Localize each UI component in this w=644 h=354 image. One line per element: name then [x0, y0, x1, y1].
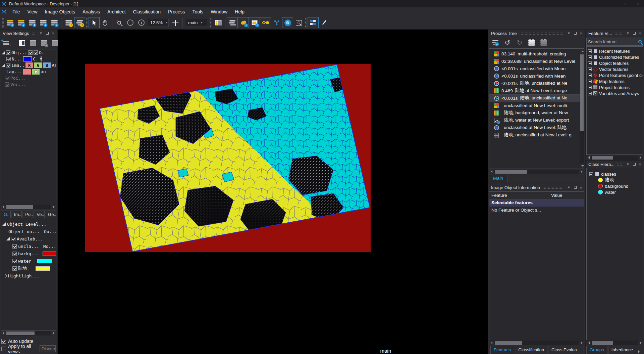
process-step[interactable]: 02:38.688unclassified at New Level — [489, 57, 580, 65]
tree-row-object-level[interactable]: Object Level... — [1, 220, 56, 228]
edit-image-levels-button[interactable] — [1, 38, 11, 48]
scroll-thumb[interactable] — [495, 170, 527, 174]
background-checkbox[interactable] — [12, 252, 17, 256]
save-process-button[interactable] — [491, 38, 500, 47]
process-step[interactable]: unclassified at New Level: multi- — [489, 102, 580, 109]
feature-view-header[interactable]: Feature Vi... ▼ × — [586, 30, 644, 37]
draw-pen-button[interactable] — [319, 17, 330, 28]
panel-menu-button[interactable]: ▼ — [625, 162, 631, 167]
maximize-button[interactable]: □ — [620, 0, 632, 7]
scroll-left-arrow[interactable] — [586, 341, 591, 346]
menu-view[interactable]: View — [24, 8, 41, 16]
scroll-down-arrow[interactable] — [580, 164, 585, 169]
feature-group-map[interactable]: Map features — [587, 78, 643, 84]
panel-grip[interactable] — [614, 32, 622, 35]
tree-row-vectors[interactable]: Vec... — [1, 81, 56, 88]
process-history-button[interactable] — [74, 17, 85, 28]
scroll-thumb[interactable] — [592, 341, 613, 345]
tab-classification[interactable]: Classification — [515, 346, 547, 354]
minimize-button[interactable]: ─ — [608, 0, 620, 7]
panel-close-button[interactable]: × — [637, 31, 643, 36]
slider-icon[interactable] — [41, 56, 42, 61]
layer-green-cell[interactable] — [32, 69, 40, 75]
toolbar-grip[interactable] — [2, 18, 4, 28]
auto-update-checkbox[interactable] — [1, 339, 6, 344]
process-step[interactable]: 0.469陆地 at New Level: merge — [489, 87, 580, 94]
expand-icon[interactable] — [588, 86, 592, 89]
tree-row-points[interactable]: Poi... — [1, 75, 56, 81]
save-project-button[interactable] — [15, 17, 26, 28]
tab-class-evaluation[interactable]: Class Evalua... — [548, 346, 584, 354]
single-view-button[interactable] — [17, 38, 26, 48]
process-step[interactable]: <0.001sunclassified with Mean — [489, 72, 580, 80]
process-tree-header[interactable]: Process Tree ▼ × — [488, 30, 585, 37]
tree-row-navigation[interactable]: N... C. — [1, 56, 56, 62]
toolbar-grip[interactable] — [305, 18, 307, 28]
tab-image-layers[interactable]: Im... — [11, 211, 22, 218]
class-row-water[interactable]: water — [587, 189, 643, 195]
import-scene-button[interactable] — [38, 17, 49, 28]
feature-group-point[interactable]: Point features (point cloud) — [587, 72, 643, 78]
panel-close-button[interactable]: × — [637, 162, 643, 167]
green-channel-cell[interactable]: G — [34, 62, 42, 68]
available-checkbox[interactable] — [11, 237, 15, 241]
panel-close-button[interactable]: × — [578, 185, 584, 190]
tree-row-available[interactable]: Availab... — [1, 235, 56, 242]
scroll-left-arrow[interactable] — [1, 331, 6, 336]
opacity-checkbox[interactable] — [34, 50, 38, 55]
expander-icon[interactable] — [2, 222, 6, 226]
tab-object-levels[interactable]: O... — [1, 211, 11, 218]
panel-menu-button[interactable]: ▼ — [38, 31, 44, 36]
menu-classification[interactable]: Classification — [129, 8, 164, 16]
class-row-background[interactable]: background — [587, 183, 643, 189]
menu-architect[interactable]: Architect — [104, 8, 129, 16]
view-settings-header[interactable]: View Settings ▼ × — [0, 30, 57, 37]
close-button[interactable]: × — [632, 0, 644, 7]
tree-row-water-class[interactable]: water — [1, 257, 56, 265]
process-step[interactable]: <0.001s陆地, unclassified at Ne — [489, 80, 580, 87]
tree-row-unclassified[interactable]: uncla... No... — [1, 242, 56, 250]
image-checkbox[interactable] — [6, 63, 10, 68]
red-channel-cell[interactable]: R — [25, 62, 33, 68]
tree-row-background-class[interactable]: backg... — [1, 250, 56, 257]
collapse-icon[interactable] — [589, 172, 593, 176]
object-relations-button[interactable] — [271, 17, 282, 28]
scroll-right-arrow[interactable] — [51, 331, 56, 336]
expand-icon[interactable] — [588, 61, 592, 65]
zoom-in-button[interactable]: + — [136, 17, 147, 28]
class-hierarchy-hscrollbar[interactable] — [586, 340, 643, 345]
expand-icon[interactable] — [588, 92, 592, 95]
view-settings-hscrollbar[interactable] — [1, 204, 56, 209]
scroll-up-arrow[interactable] — [580, 49, 585, 54]
expand-icon[interactable] — [588, 80, 592, 83]
tab-geometries[interactable]: Ge... — [45, 211, 56, 218]
expander-icon[interactable] — [6, 237, 10, 240]
land-color-swatch[interactable] — [36, 266, 50, 271]
compare-view-button[interactable] — [39, 38, 49, 48]
navigate-button[interactable] — [170, 17, 181, 28]
toolbar-grip[interactable] — [60, 18, 62, 28]
class-hierarchy-header[interactable]: Class Hiera... ▼ × — [586, 161, 644, 168]
tree-row-highlight[interactable]: Hightligh... — [1, 272, 56, 279]
panel-grip[interactable] — [542, 186, 563, 189]
selectable-features-section[interactable]: Selectable features — [489, 199, 584, 207]
menu-process[interactable]: Process — [164, 8, 189, 16]
tab-main-process[interactable]: Main — [489, 175, 507, 183]
background-color-swatch[interactable] — [43, 252, 56, 256]
menu-file[interactable]: File — [9, 8, 24, 16]
nav-checkbox[interactable] — [6, 57, 11, 61]
points-checkbox[interactable] — [5, 76, 9, 80]
start-analysis-button[interactable] — [63, 17, 74, 28]
scroll-left-arrow[interactable] — [1, 205, 6, 210]
tab-inheritance[interactable]: Inheritance — [608, 346, 636, 354]
blue-channel-cell[interactable]: B — [43, 62, 51, 68]
feature-view-hscrollbar[interactable] — [586, 155, 643, 160]
feature-group-object[interactable]: Object features — [587, 60, 643, 66]
ioi-hscrollbar[interactable] — [489, 340, 584, 345]
value-column-header[interactable]: Value — [549, 192, 565, 199]
classification-view-button[interactable] — [238, 17, 249, 28]
vectors-checkbox[interactable] — [5, 82, 9, 87]
tree-row-objects[interactable]: Obj... O. — [1, 49, 56, 56]
scroll-thumb[interactable] — [592, 156, 613, 160]
panel-grip[interactable] — [617, 163, 622, 166]
